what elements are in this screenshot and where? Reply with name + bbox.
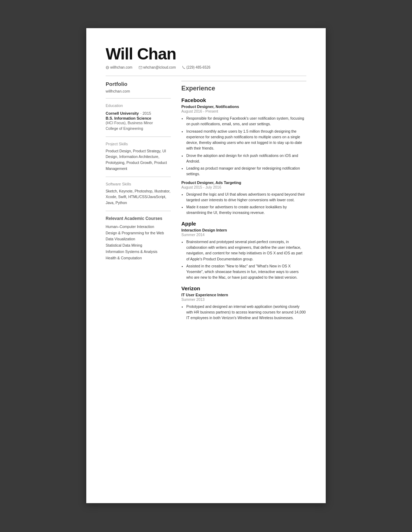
- bullet-item: Drove the adoption and design for rich p…: [186, 153, 306, 164]
- company-name: Verizon: [181, 285, 306, 291]
- contact-info: willhchan.com whchan@icloud.com (229) 48…: [106, 65, 306, 69]
- job-title: Interaction Design Intern: [181, 228, 306, 232]
- company-section: VerizonIT User Experience InternSummer 2…: [181, 285, 306, 321]
- bullet-item: Made it easer for advertisers to create …: [186, 204, 306, 216]
- companies-container: FacebookProduct Designer, NotificationsA…: [181, 97, 306, 321]
- course-item: Statistical Data Mining: [106, 242, 171, 249]
- bullet-item: Prototyped and designed an internal web …: [186, 304, 306, 321]
- project-skills-section: Project Skills Product Design, Product S…: [106, 142, 171, 172]
- portfolio-section: Portfolio willhchan.com: [106, 81, 171, 93]
- bullet-list: Designed the logic and UI that allows ad…: [181, 191, 306, 216]
- project-skills-text: Product Design, Product Strategy, UI Des…: [106, 148, 171, 172]
- experience-heading: Experience: [181, 85, 306, 92]
- website-value: willhchan.com: [110, 65, 132, 69]
- phone-value: (229) 485-6526: [186, 65, 210, 69]
- course-item: Human–Computer Interaction: [106, 224, 171, 230]
- right-column: Experience FacebookProduct Designer, Not…: [181, 81, 306, 323]
- course-item: Design & Programming for the Web: [106, 230, 171, 236]
- project-skills-label: Project Skills: [106, 142, 171, 146]
- job-dates: Summer 2014: [181, 233, 306, 237]
- left-column: Portfolio willhchan.com Education Cornel…: [106, 81, 171, 323]
- edu-school: Cornell University: [106, 111, 139, 115]
- company-name: Facebook: [181, 97, 306, 103]
- experience-top-divider: [181, 81, 306, 81]
- bullet-item: Designed the logic and UI that allows ad…: [186, 191, 306, 203]
- skills-divider: [106, 177, 171, 177]
- bullet-list: Prototyped and designed an internal web …: [181, 304, 306, 321]
- job-dates: August 2016 - Present: [181, 109, 306, 113]
- edu-year: · 2015: [141, 111, 151, 115]
- portfolio-divider: [106, 98, 171, 99]
- job-title: Product Designer, Notifications: [181, 104, 306, 109]
- bullet-item: Leading as product manager and designer …: [186, 165, 306, 177]
- software-skills-text: Sketch, Keynote, Photoshop, Illustrator,…: [106, 188, 171, 206]
- email-contact: whchan@icloud.com: [139, 65, 176, 69]
- software-skills-label: Software Skills: [106, 182, 171, 186]
- courses-section: Relevant Academic Courses Human–Computer…: [106, 216, 171, 261]
- resume-paper: Will Chan willhchan.com whchan@icloud.co…: [86, 28, 326, 503]
- job-dates: August 2015 - July 2016: [181, 185, 306, 189]
- edu-degree: B.S. Information Science: [106, 116, 171, 120]
- company-section: FacebookProduct Designer, NotificationsA…: [181, 97, 306, 216]
- job-dates: Summer 2013: [181, 297, 306, 302]
- body-layout: Portfolio willhchan.com Education Cornel…: [106, 81, 306, 323]
- education-label: Education: [106, 103, 171, 108]
- edu-divider: [106, 137, 171, 137]
- bullet-item: Brainstormed and prototyped several pixe…: [186, 239, 306, 262]
- company-section: AppleInteraction Design InternSummer 201…: [181, 221, 306, 280]
- phone-icon: [182, 66, 185, 69]
- candidate-name: Will Chan: [106, 46, 306, 62]
- website-contact: willhchan.com: [106, 65, 132, 69]
- software-divider: [106, 211, 171, 211]
- resume-header: Will Chan willhchan.com whchan@icloud.co…: [106, 46, 306, 69]
- globe-icon: [106, 66, 109, 69]
- course-item: Health & Computation: [106, 255, 171, 261]
- courses-label: Relevant Academic Courses: [106, 216, 171, 222]
- email-icon: [139, 66, 142, 69]
- header-divider: [106, 76, 306, 76]
- job-title: IT User Experience Intern: [181, 293, 306, 297]
- email-value: whchan@icloud.com: [143, 65, 176, 69]
- course-item: Data Visualization: [106, 236, 171, 242]
- bullet-item: Increased monthly active users by 1.5 mi…: [186, 128, 306, 151]
- courses-list: Human–Computer InteractionDesign & Progr…: [106, 224, 171, 261]
- bullet-item: Assisted in the creation "New to Mac" an…: [186, 263, 306, 280]
- education-section: Education Cornell University · 2015 B.S.…: [106, 103, 171, 132]
- bullet-list: Responsible for designing Facebook's use…: [181, 115, 306, 177]
- portfolio-heading: Portfolio: [106, 81, 171, 87]
- portfolio-url: willhchan.com: [106, 89, 171, 93]
- software-skills-section: Software Skills Sketch, Keynote, Photosh…: [106, 182, 171, 206]
- course-item: Information Systems & Analysis: [106, 249, 171, 255]
- job-title: Product Designer, Ads Targeting: [181, 180, 306, 185]
- phone-contact: (229) 485-6526: [182, 65, 210, 69]
- edu-detail-2: College of Engineering: [106, 126, 143, 131]
- edu-detail-1: (HCI Focus), Business Minor: [106, 121, 153, 125]
- bullet-list: Brainstormed and prototyped several pixe…: [181, 239, 306, 280]
- edu-details: (HCI Focus), Business Minor College of E…: [106, 120, 171, 132]
- bullet-item: Responsible for designing Facebook's use…: [186, 115, 306, 127]
- company-name: Apple: [181, 221, 306, 227]
- edu-school-line: Cornell University · 2015: [106, 110, 171, 116]
